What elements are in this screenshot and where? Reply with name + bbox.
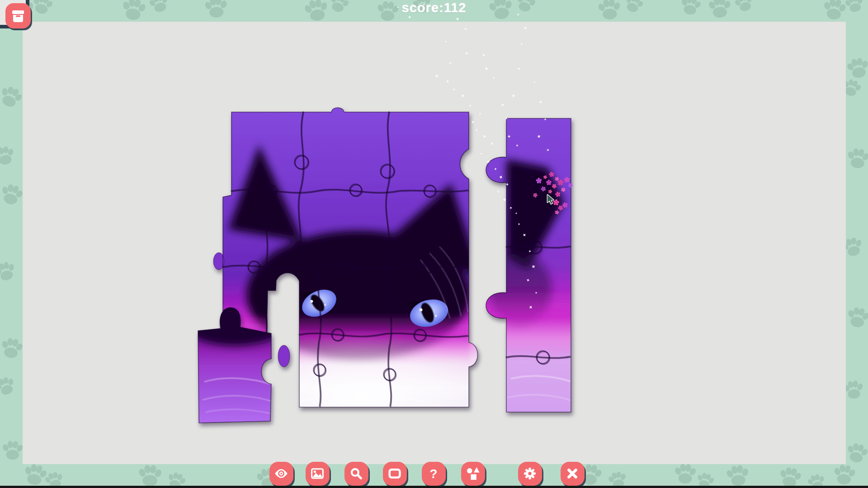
picture-button[interactable] xyxy=(306,462,330,486)
zoom-button[interactable] xyxy=(344,462,368,486)
window-bottom-edge xyxy=(0,486,868,488)
puzzle-board xyxy=(0,0,868,488)
picture-icon xyxy=(310,466,325,481)
settings-button[interactable] xyxy=(518,462,542,486)
archive-box-icon xyxy=(10,8,26,24)
close-button[interactable] xyxy=(561,462,585,486)
eye-button[interactable] xyxy=(269,462,293,486)
shapes-button[interactable] xyxy=(461,462,485,486)
eye-icon xyxy=(274,466,289,481)
game-window: score:112 xyxy=(0,0,868,488)
piece-tray-button[interactable] xyxy=(5,3,31,28)
score-label: score:112 xyxy=(402,0,467,15)
help-button[interactable]: ? xyxy=(422,462,446,486)
zoom-icon xyxy=(349,466,364,481)
puzzle-group-right-column[interactable] xyxy=(475,118,574,412)
frame-button[interactable] xyxy=(383,462,407,486)
settings-icon xyxy=(522,466,538,481)
shapes-icon xyxy=(465,466,481,481)
puzzle-piece-bottom-left[interactable] xyxy=(184,303,286,423)
close-icon xyxy=(565,466,580,481)
svg-text:?: ? xyxy=(430,467,438,481)
frame-icon xyxy=(387,466,402,481)
help-icon: ? xyxy=(426,466,441,481)
